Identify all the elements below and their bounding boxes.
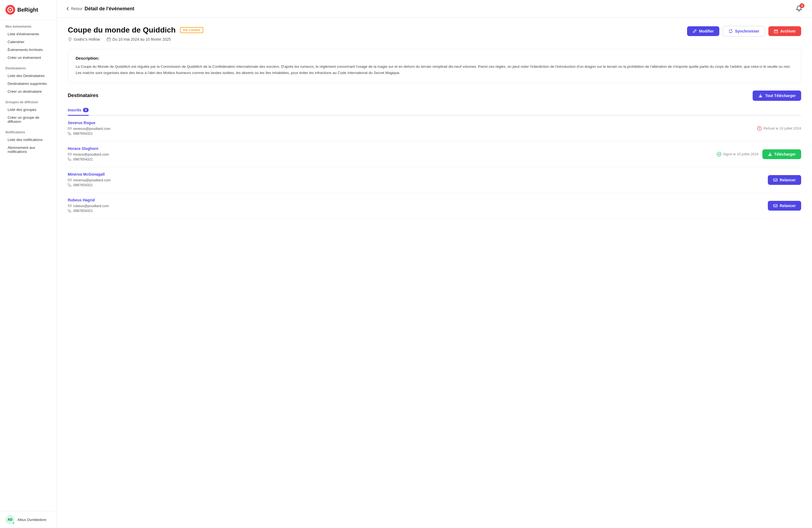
sidebar-item-liste-groupes[interactable]: Liste des groupes	[0, 106, 57, 114]
email-icon	[68, 178, 72, 182]
recipient-list: Severus Rogue severus@poudlard.com	[68, 116, 801, 219]
archiver-button[interactable]: Archiver	[768, 26, 801, 36]
notification-badge: 3	[799, 3, 804, 8]
event-header: Coupe du monde de Quiddich EN COURS Godr…	[68, 26, 801, 42]
signed-icon	[716, 152, 722, 157]
download-icon	[768, 152, 772, 156]
content-area: Coupe du monde de Quiddich EN COURS Godr…	[57, 18, 812, 528]
recipient-right: Relancer	[768, 175, 801, 185]
status-refused: Refusé le 10 juillet 2024	[757, 126, 801, 131]
recipient-name[interactable]: Severus Rogue	[68, 120, 110, 125]
svg-point-8	[759, 129, 760, 130]
recipient-info: Severus Rogue severus@poudlard.com	[68, 120, 110, 136]
edit-icon	[693, 29, 697, 33]
recipient-email: rubeus@poudlard.com	[68, 204, 109, 208]
description-text: La Coupe du Monde de Quidditch est régul…	[76, 64, 793, 76]
download-all-button[interactable]: Tout Télécharger	[753, 90, 801, 101]
event-title: Coupe du monde de Quiddich	[68, 26, 176, 34]
location-icon	[68, 37, 72, 42]
logo-icon	[5, 5, 15, 15]
table-row: Minerva McGonagall minerva@poudlard.com	[68, 167, 801, 193]
event-dates: Du 10 mai 2024 au 10 février 2025	[106, 37, 171, 42]
telecharger-button[interactable]: Télécharger	[763, 149, 801, 159]
sidebar-item-destinataires-supprimes[interactable]: Destinataires supprimés	[0, 80, 57, 88]
recipient-email: minerva@poudlard.com	[68, 178, 111, 182]
event-title-area: Coupe du monde de Quiddich EN COURS Godr…	[68, 26, 203, 42]
page-title: Détail de l'événement	[85, 6, 134, 12]
tab-inscrits[interactable]: Inscrits 4	[68, 105, 89, 116]
synchroniser-button[interactable]: Synchroniser	[723, 26, 765, 37]
sidebar-item-abonnement-notifications[interactable]: Abonnement aux notifications	[0, 144, 57, 156]
sidebar-item-liste-notifications[interactable]: Liste des notifications	[0, 136, 57, 144]
status-signed: Signé le 10 juillet 2024	[716, 152, 759, 157]
sidebar-item-calendrier[interactable]: Calendrier	[0, 38, 57, 46]
recipient-right: Relancer	[768, 201, 801, 211]
sync-icon	[728, 29, 733, 33]
recipient-phone: 0987654321	[68, 209, 109, 213]
event-title-row: Coupe du monde de Quiddich EN COURS	[68, 26, 203, 34]
main: Retour Détail de l'événement 3 Coupe du …	[57, 0, 812, 528]
recipient-phone: 0987654321	[68, 183, 111, 187]
svg-point-3	[70, 39, 71, 39]
sidebar-item-evenements-archives[interactable]: Événements Archivés	[0, 46, 57, 54]
topbar-left: Retour Détail de l'événement	[66, 6, 134, 12]
svg-rect-4	[107, 38, 110, 41]
recipient-phone: 0987654321	[68, 157, 109, 161]
recipient-info: Horace Slughorn horace@poudlard.com	[68, 146, 109, 162]
svg-rect-11	[68, 179, 71, 181]
avatar: AD	[5, 515, 15, 524]
mail-icon	[773, 178, 778, 182]
table-row: Horace Slughorn horace@poudlard.com	[68, 142, 801, 167]
download-icon	[758, 93, 763, 98]
destinataires-header: Destinataires Tout Télécharger	[68, 90, 801, 101]
svg-rect-5	[774, 31, 778, 33]
tabs: Inscrits 4	[68, 105, 801, 116]
phone-icon	[68, 157, 72, 161]
email-icon	[68, 204, 72, 208]
user-area: AD Albus Dumbledore	[0, 511, 57, 528]
phone-icon	[68, 131, 72, 135]
sidebar-item-creer-groupe[interactable]: Créer un groupe de diffusion	[0, 114, 57, 126]
sidebar-item-creer-destinataire[interactable]: Créer un destinataire	[0, 88, 57, 96]
table-row: Severus Rogue severus@poudlard.com	[68, 116, 801, 142]
recipient-name[interactable]: Horace Slughorn	[68, 146, 109, 151]
phone-icon	[68, 209, 72, 213]
relancer-button-3[interactable]: Relancer	[768, 175, 801, 185]
sidebar-item-creer-evenement[interactable]: Créer un événement	[0, 54, 57, 61]
sidebar-item-liste-destinataires[interactable]: Liste des Destinataires	[0, 72, 57, 80]
back-arrow-icon	[66, 6, 70, 11]
svg-rect-9	[68, 153, 71, 155]
section-notifications: Notifications	[0, 126, 57, 136]
sidebar-item-liste-evenements[interactable]: Liste d'événements	[0, 30, 57, 38]
topbar: Retour Détail de l'événement 3	[57, 0, 812, 18]
sidebar: BeRight Mes événements Liste d'événement…	[0, 0, 57, 528]
recipient-name[interactable]: Rubeus Hagrid	[68, 198, 109, 202]
description-label: Description:	[76, 56, 793, 60]
recipient-right: Signé le 10 juillet 2024 Télécharger	[716, 149, 801, 159]
phone-icon	[68, 183, 72, 187]
description-card: Description: La Coupe du Monde de Quiddi…	[68, 49, 801, 83]
section-destinataires: Destinataires	[0, 61, 57, 72]
svg-rect-6	[68, 127, 71, 130]
destinataires-title: Destinataires	[68, 93, 98, 98]
app-name: BeRight	[17, 7, 38, 13]
status-badge: EN COURS	[180, 27, 203, 33]
online-dot	[12, 522, 15, 524]
refused-icon	[757, 126, 762, 131]
logo-area: BeRight	[0, 0, 57, 20]
email-icon	[68, 152, 72, 156]
svg-point-10	[717, 152, 721, 156]
recipient-name[interactable]: Minerva McGonagall	[68, 172, 111, 176]
calendar-icon	[106, 37, 111, 42]
relancer-button-4[interactable]: Relancer	[768, 201, 801, 211]
destinataires-section: Destinataires Tout Télécharger Inscrits …	[68, 90, 801, 219]
recipient-info: Rubeus Hagrid rubeus@poudlard.com	[68, 198, 109, 214]
recipient-info: Minerva McGonagall minerva@poudlard.com	[68, 172, 111, 188]
section-mes-evenements: Mes événements	[0, 20, 57, 30]
notification-bell[interactable]: 3	[795, 4, 803, 13]
table-row: Rubeus Hagrid rubeus@poudlard.com	[68, 193, 801, 219]
section-groupes: Groupes de diffusion	[0, 96, 57, 106]
svg-point-2	[10, 9, 11, 11]
back-button[interactable]: Retour	[66, 6, 82, 11]
modifier-button[interactable]: Modifier	[687, 26, 719, 36]
